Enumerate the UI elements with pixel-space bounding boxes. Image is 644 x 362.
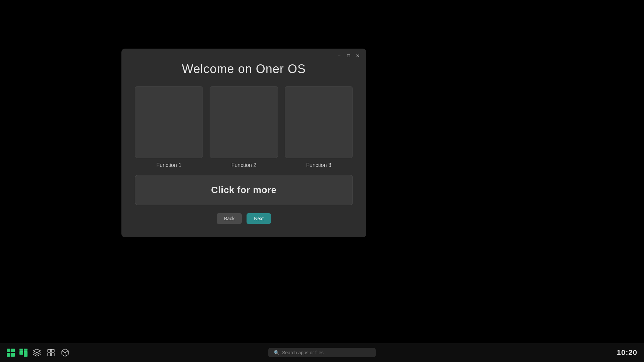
search-placeholder-text: Search apps or files — [282, 350, 324, 355]
taskbar-center: 🔍 Search apps or files — [268, 348, 376, 357]
click-for-more-button[interactable]: Click for more — [135, 175, 353, 205]
box-icon-1[interactable] — [32, 348, 42, 357]
svg-rect-2 — [48, 353, 51, 356]
grid-icon[interactable] — [7, 349, 15, 357]
box-icon-3[interactable] — [60, 348, 70, 357]
svg-rect-0 — [48, 349, 51, 352]
box-icon-2[interactable] — [46, 348, 56, 357]
tiles-icon[interactable] — [19, 349, 28, 357]
desktop: − □ ✕ Welcome on Oner OS Function 1 Func… — [0, 0, 644, 362]
minimize-button[interactable]: − — [336, 53, 342, 59]
taskbar: 🔍 Search apps or files 10:20 — [0, 343, 644, 362]
next-button[interactable]: Next — [247, 213, 271, 224]
back-button[interactable]: Back — [217, 213, 242, 224]
function-card-1-label: Function 1 — [156, 162, 181, 168]
modal-body: Welcome on Oner OS Function 1 Function 2… — [121, 59, 366, 237]
functions-grid: Function 1 Function 2 Function 3 — [135, 86, 353, 168]
function-card-2-label: Function 2 — [231, 162, 257, 168]
navigation-buttons: Back Next — [135, 213, 353, 224]
svg-rect-3 — [51, 353, 54, 356]
function-card-1[interactable]: Function 1 — [135, 86, 203, 168]
svg-rect-1 — [51, 349, 54, 352]
function-card-3[interactable]: Function 3 — [285, 86, 353, 168]
function-card-3-label: Function 3 — [306, 162, 331, 168]
close-button[interactable]: ✕ — [355, 53, 361, 59]
maximize-button[interactable]: □ — [345, 53, 352, 59]
search-bar[interactable]: 🔍 Search apps or files — [268, 348, 376, 357]
function-card-2[interactable]: Function 2 — [210, 86, 278, 168]
search-icon: 🔍 — [274, 350, 279, 355]
click-for-more-label: Click for more — [211, 185, 276, 195]
taskbar-clock: 10:20 — [617, 348, 637, 357]
modal-window: − □ ✕ Welcome on Oner OS Function 1 Func… — [121, 49, 366, 237]
function-card-2-image — [210, 86, 278, 158]
modal-title: Welcome on Oner OS — [135, 62, 353, 76]
title-bar: − □ ✕ — [121, 49, 366, 59]
function-card-1-image — [135, 86, 203, 158]
function-card-3-image — [285, 86, 353, 158]
